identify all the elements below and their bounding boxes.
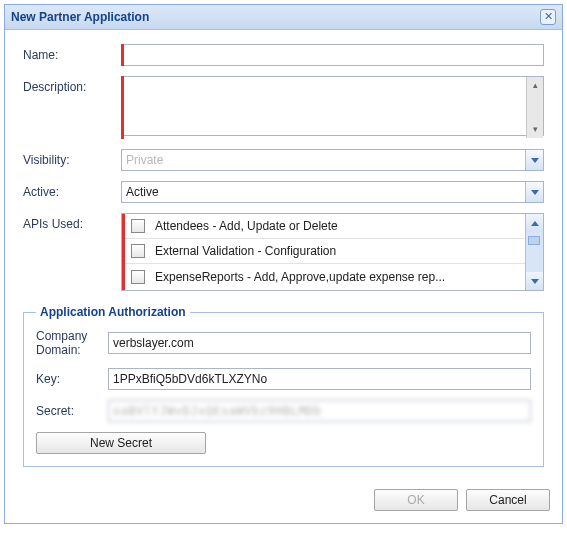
- row-company-domain: Company Domain:: [36, 329, 531, 358]
- scroll-down-button[interactable]: [526, 272, 543, 290]
- close-button[interactable]: ✕: [540, 9, 556, 25]
- label-name: Name:: [23, 44, 121, 62]
- scroll-marker-icon: [528, 236, 540, 245]
- description-input[interactable]: [121, 76, 544, 136]
- dialog-title: New Partner Application: [11, 10, 149, 24]
- auth-legend: Application Authorization: [36, 305, 190, 319]
- required-indicator: [121, 76, 124, 139]
- auth-fieldset: Application Authorization Company Domain…: [23, 305, 544, 467]
- scroll-up-icon[interactable]: ▴: [527, 77, 543, 94]
- cancel-button[interactable]: Cancel: [466, 489, 550, 511]
- active-dropdown-button[interactable]: [525, 182, 543, 202]
- secret-value-obscured: oaBVlYJWvDJxQEsaWVbz9HBLMDb: [108, 400, 531, 422]
- api-row[interactable]: External Validation - Configuration: [125, 239, 525, 264]
- dialog-footer: OK Cancel: [5, 481, 562, 523]
- field-visibility-wrap: Private: [121, 149, 544, 171]
- field-key: [108, 368, 531, 390]
- api-label: ExpenseReports - Add, Approve,update exp…: [155, 270, 519, 284]
- chevron-down-icon: [531, 158, 539, 163]
- label-visibility: Visibility:: [23, 149, 121, 167]
- field-name-wrap: [121, 44, 544, 66]
- row-name: Name:: [23, 44, 544, 66]
- field-apis-wrap: Attendees - Add, Update or Delete Extern…: [121, 213, 544, 291]
- required-indicator: [121, 44, 124, 66]
- label-key: Key:: [36, 372, 108, 386]
- field-active-wrap: Active: [121, 181, 544, 203]
- new-secret-button[interactable]: New Secret: [36, 432, 206, 454]
- chevron-down-icon: [531, 279, 539, 284]
- label-secret: Secret:: [36, 404, 108, 418]
- api-label: External Validation - Configuration: [155, 244, 519, 258]
- scroll-track[interactable]: [526, 232, 543, 272]
- scroll-up-button[interactable]: [526, 214, 543, 232]
- label-active: Active:: [23, 181, 121, 199]
- api-row[interactable]: Attendees - Add, Update or Delete: [125, 214, 525, 239]
- key-input[interactable]: [108, 368, 531, 390]
- dialog-content: Name: Description: ▴ ▾ Visibility: Priva…: [5, 30, 562, 481]
- visibility-select[interactable]: Private: [121, 149, 544, 171]
- dialog: New Partner Application ✕ Name: Descript…: [4, 4, 563, 524]
- row-key: Key:: [36, 368, 531, 390]
- field-company-domain: [108, 332, 531, 354]
- field-secret: oaBVlYJWvDJxQEsaWVbz9HBLMDb: [108, 400, 531, 422]
- row-new-secret: New Secret: [36, 432, 531, 454]
- row-secret: Secret: oaBVlYJWvDJxQEsaWVbz9HBLMDb: [36, 400, 531, 422]
- label-apis: APIs Used:: [23, 213, 121, 231]
- checkbox[interactable]: [131, 270, 145, 284]
- row-visibility: Visibility: Private: [23, 149, 544, 171]
- ok-button[interactable]: OK: [374, 489, 458, 511]
- field-description-wrap: ▴ ▾: [121, 76, 544, 139]
- api-row[interactable]: ExpenseReports - Add, Approve,update exp…: [125, 264, 525, 289]
- company-domain-input[interactable]: [108, 332, 531, 354]
- titlebar: New Partner Application ✕: [5, 5, 562, 30]
- checkbox[interactable]: [131, 219, 145, 233]
- apis-list: Attendees - Add, Update or Delete Extern…: [125, 214, 525, 290]
- label-company-domain: Company Domain:: [36, 329, 108, 358]
- label-description: Description:: [23, 76, 121, 94]
- name-input[interactable]: [121, 44, 544, 66]
- row-active: Active: Active: [23, 181, 544, 203]
- chevron-down-icon: [531, 190, 539, 195]
- chevron-up-icon: [531, 221, 539, 226]
- active-select[interactable]: Active: [121, 181, 544, 203]
- close-icon: ✕: [544, 10, 553, 22]
- api-label: Attendees - Add, Update or Delete: [155, 219, 519, 233]
- apis-listbox: Attendees - Add, Update or Delete Extern…: [121, 213, 544, 291]
- row-description: Description: ▴ ▾: [23, 76, 544, 139]
- scroll-down-icon[interactable]: ▾: [527, 121, 543, 138]
- row-apis: APIs Used: Attendees - Add, Update or De…: [23, 213, 544, 291]
- textarea-scrollbar[interactable]: ▴ ▾: [526, 77, 543, 138]
- apis-scrollbar[interactable]: [525, 214, 543, 290]
- checkbox[interactable]: [131, 244, 145, 258]
- visibility-dropdown-button[interactable]: [525, 150, 543, 170]
